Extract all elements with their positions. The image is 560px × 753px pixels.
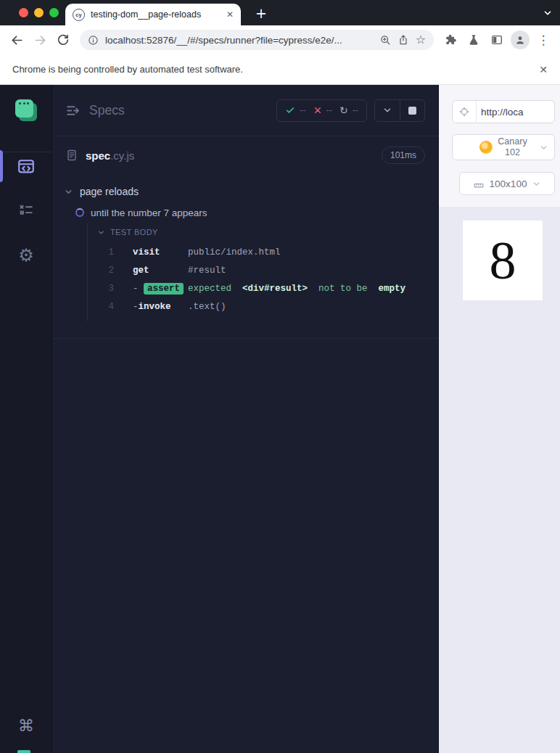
flask-icon[interactable] [464, 30, 483, 49]
command-number: 4 [88, 302, 114, 312]
command-arg: #result [188, 266, 226, 276]
keyboard-shortcuts-button[interactable]: ⌘ [0, 709, 52, 744]
tab-list-chevron-icon[interactable] [543, 8, 553, 18]
test-stats: -- -- ↻ -- [276, 99, 367, 122]
result-number: 8 [490, 230, 516, 292]
gear-icon: ⚙ [18, 247, 34, 264]
traffic-lights [19, 8, 59, 17]
chrome-canary-icon [479, 141, 493, 154]
aut-iframe: 8 [463, 221, 543, 300]
test-list-icon [17, 201, 36, 220]
command-arg: .text() [188, 302, 226, 312]
reporter-title: Specs [89, 103, 125, 118]
stop-icon [408, 107, 416, 115]
aut-panel: http://loca Canary102 100x100 [439, 85, 560, 753]
reporter-content: page reloads until the number 7 appears … [52, 181, 438, 321]
address-bar[interactable]: localhost:52876/__/#/specs/runner?file=c… [80, 30, 434, 50]
command-row-get[interactable]: 2 get #result [88, 261, 438, 279]
ruler-icon [473, 178, 485, 189]
extensions-puzzle-icon[interactable] [441, 30, 460, 49]
pending-count: -- [353, 105, 358, 115]
test-running-spinner-icon [75, 208, 84, 217]
automation-infobar: Chrome is being controlled by automated … [0, 54, 560, 85]
passed-check-icon [285, 105, 295, 115]
close-window-button[interactable] [19, 8, 28, 17]
specs-window-code-icon [16, 156, 36, 176]
infobar-close-icon[interactable]: ✕ [539, 65, 548, 75]
command-number: 1 [88, 247, 114, 258]
profile-avatar[interactable] [511, 30, 530, 49]
bottom-accent-sliver [17, 750, 30, 753]
cypress-logo[interactable] [15, 99, 37, 121]
sidebar-item-specs[interactable] [0, 149, 52, 184]
cypress-sidebar: ⚙ ⌘ [0, 85, 52, 753]
infobar-message: Chrome is being controlled by automated … [12, 64, 243, 75]
spec-extension: .cy.js [110, 149, 134, 162]
spec-duration-badge: 101ms [382, 147, 425, 164]
share-icon[interactable] [398, 34, 409, 46]
test-content: TEST BODY 1 visit public/index.html 2 ge… [87, 223, 438, 321]
run-options-chevron[interactable] [375, 100, 400, 121]
browser-selector[interactable]: Canary102 [452, 134, 555, 160]
suite-title: page reloads [80, 186, 139, 197]
section-title: TEST BODY [110, 228, 158, 236]
suite-row[interactable]: page reloads [64, 181, 438, 202]
spec-file-row[interactable]: spec.cy.js 101ms [52, 136, 438, 174]
new-tab-button[interactable]: + [254, 6, 268, 20]
back-button[interactable] [7, 30, 26, 49]
browser-toolbar: localhost:52876/__/#/specs/runner?file=c… [0, 25, 560, 54]
tab-close-icon[interactable]: ✕ [226, 10, 234, 19]
cypress-reporter: Specs -- -- ↻ -- [52, 85, 439, 753]
command-arg: public/index.html [188, 247, 281, 258]
browser-chevron-icon [539, 143, 548, 152]
command-row-assert[interactable]: 3 - assert expected <div#result> not to … [88, 279, 438, 297]
minimize-window-button[interactable] [34, 8, 44, 17]
url-text[interactable]: localhost:52876/__/#/specs/runner?file=c… [105, 35, 373, 46]
zoom-page-icon[interactable] [379, 34, 391, 46]
command-row-invoke[interactable]: 4 -invoke .text() [88, 297, 438, 316]
browser-menu-icon[interactable]: ⋮ [534, 30, 553, 49]
tab-strip: cy testing-dom__page-reloads ✕ + [0, 0, 560, 25]
command-key-icon: ⌘ [18, 718, 34, 734]
passed-count: -- [300, 105, 305, 115]
command-name: visit [133, 247, 188, 258]
tab-title: testing-dom__page-reloads [91, 9, 221, 20]
viewport-label: 100x100 [490, 178, 527, 189]
main-content: ⚙ ⌘ Specs -- -- ↻ -- [0, 85, 560, 753]
side-panel-icon[interactable] [487, 30, 506, 49]
forward-button[interactable] [30, 30, 49, 49]
site-info-icon[interactable] [88, 35, 99, 46]
spec-name: spec [86, 149, 110, 162]
suite-chevron-icon [64, 187, 73, 197]
collapse-specs-list-icon[interactable] [65, 103, 81, 118]
section-chevron-icon [97, 229, 105, 236]
test-title: until the number 7 appears [91, 207, 207, 218]
sidebar-item-settings[interactable]: ⚙ [0, 238, 52, 273]
command-name: -invoke [133, 302, 188, 312]
spec-file-icon [65, 149, 78, 162]
assert-badge: assert [144, 283, 184, 295]
test-body-section[interactable]: TEST BODY [88, 223, 438, 241]
aut-controls: http://loca Canary102 100x100 [439, 85, 560, 207]
selector-playground-icon[interactable] [453, 101, 477, 123]
sidebar-item-runs[interactable] [0, 193, 52, 228]
pending-refresh-icon: ↻ [339, 105, 348, 115]
failed-count: -- [326, 105, 332, 115]
command-row-visit[interactable]: 1 visit public/index.html [88, 243, 438, 261]
browser-label: Canary102 [498, 136, 527, 158]
test-row[interactable]: until the number 7 appears [75, 202, 438, 223]
refresh-button[interactable] [54, 30, 73, 49]
aut-url-value[interactable]: http://loca [477, 107, 554, 118]
command-number: 2 [88, 266, 114, 276]
command-log: 1 visit public/index.html 2 get #result … [88, 241, 438, 316]
command-number: 3 [88, 284, 114, 294]
viewport-selector[interactable]: 100x100 [459, 172, 555, 195]
stop-button[interactable] [400, 100, 424, 121]
browser-tab[interactable]: cy testing-dom__page-reloads ✕ [65, 4, 241, 25]
aut-url-bar[interactable]: http://loca [452, 100, 555, 123]
cypress-favicon-icon: cy [73, 9, 85, 21]
reporter-header: Specs -- -- ↻ -- [52, 85, 438, 136]
command-name: get [133, 266, 188, 276]
zoom-window-button[interactable] [49, 8, 59, 17]
bookmark-star-icon[interactable]: ☆ [416, 34, 426, 46]
